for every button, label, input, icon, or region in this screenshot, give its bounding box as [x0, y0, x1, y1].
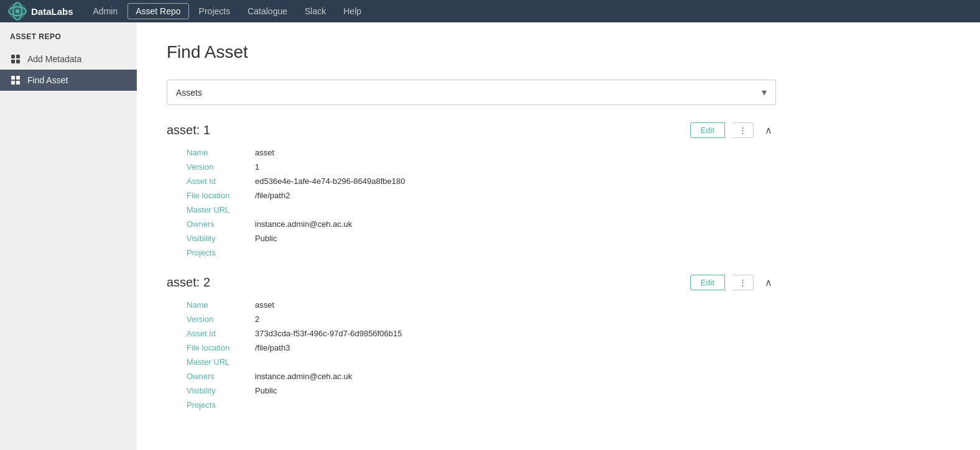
- field-value: Public: [255, 234, 277, 243]
- sidebar-section-title: ASSET REPO: [0, 32, 137, 48]
- field-row: File location /file/path3: [187, 341, 776, 355]
- svg-rect-8: [11, 76, 15, 80]
- asset-title-2: asset: 2: [167, 275, 683, 290]
- nav-slack[interactable]: Slack: [297, 4, 333, 19]
- field-label: Name: [187, 300, 255, 310]
- field-row: Asset Id 373d3cda-f53f-496c-97d7-6d9856f…: [187, 326, 776, 341]
- field-value: Public: [255, 386, 277, 395]
- field-row: Visibility Public: [187, 231, 776, 246]
- field-value: instance.admin@ceh.ac.uk: [255, 219, 352, 229]
- field-label: Projects: [187, 400, 255, 410]
- asset-header-1: asset: 1 Edit ⋮ ∧: [167, 122, 776, 138]
- field-label: Asset Id: [187, 177, 255, 186]
- svg-rect-7: [16, 60, 20, 63]
- field-label: Asset Id: [187, 329, 255, 338]
- assets-dropdown[interactable]: Assets ▾: [167, 80, 776, 105]
- field-value: 1: [255, 162, 259, 172]
- logo[interactable]: DataLabs: [7, 1, 73, 21]
- more-button-1[interactable]: ⋮: [733, 122, 754, 138]
- sidebar-item-add-metadata[interactable]: Add Metadata: [0, 48, 137, 70]
- collapse-button-2[interactable]: ∧: [761, 275, 776, 290]
- asset-fields-2: Name asset Version 2 Asset Id 373d3cda-f…: [167, 298, 776, 412]
- field-label: Owners: [187, 372, 255, 381]
- field-value: asset: [255, 300, 274, 310]
- chevron-down-icon: ▾: [762, 86, 767, 98]
- field-label: Projects: [187, 248, 255, 257]
- asset-card-1: asset: 1 Edit ⋮ ∧ Name asset Version 1 A…: [167, 122, 776, 260]
- field-label: Version: [187, 315, 255, 324]
- svg-rect-11: [16, 81, 20, 85]
- field-row: Owners instance.admin@ceh.ac.uk: [187, 369, 776, 383]
- nav-asset-repo[interactable]: Asset Repo: [127, 3, 188, 19]
- svg-rect-6: [11, 60, 15, 63]
- main-layout: ASSET REPO Add Metadata: [0, 22, 980, 450]
- sidebar: ASSET REPO Add Metadata: [0, 22, 137, 450]
- field-row: Version 1: [187, 160, 776, 174]
- edit-button-1[interactable]: Edit: [690, 122, 725, 138]
- nav-projects[interactable]: Projects: [192, 4, 238, 19]
- field-row: File location /file/path2: [187, 188, 776, 203]
- edit-button-2[interactable]: Edit: [690, 275, 725, 290]
- nav-admin[interactable]: Admin: [86, 4, 126, 19]
- field-value: /file/path3: [255, 343, 290, 352]
- field-value: 2: [255, 315, 259, 324]
- add-metadata-icon: [10, 53, 21, 65]
- field-row: Master URL: [187, 355, 776, 369]
- asset-title-1: asset: 1: [167, 123, 683, 137]
- field-label: Version: [187, 162, 255, 172]
- field-row: Version 2: [187, 312, 776, 326]
- field-label: Name: [187, 148, 255, 157]
- svg-rect-10: [11, 81, 15, 85]
- more-button-2[interactable]: ⋮: [733, 275, 754, 290]
- asset-card-2: asset: 2 Edit ⋮ ∧ Name asset Version 2 A…: [167, 275, 776, 412]
- field-label: Master URL: [187, 357, 255, 367]
- field-label: Master URL: [187, 205, 255, 214]
- field-row: Projects: [187, 398, 776, 412]
- field-row: Name asset: [187, 298, 776, 312]
- svg-rect-5: [16, 55, 20, 58]
- field-row: Master URL: [187, 203, 776, 217]
- svg-rect-4: [11, 55, 15, 58]
- sidebar-item-find-asset-label: Find Asset: [27, 75, 68, 85]
- svg-rect-9: [16, 76, 20, 80]
- field-value: /file/path2: [255, 191, 290, 200]
- nav-catalogue[interactable]: Catalogue: [240, 4, 295, 19]
- field-label: File location: [187, 191, 255, 200]
- svg-point-3: [16, 9, 19, 13]
- nav-help[interactable]: Help: [336, 4, 369, 19]
- field-row: Projects: [187, 246, 776, 260]
- field-value: asset: [255, 148, 274, 157]
- field-value: ed536e4e-1afe-4e74-b296-8649a8fbe180: [255, 177, 405, 186]
- page-title: Find Asset: [167, 42, 950, 62]
- collapse-button-1[interactable]: ∧: [761, 123, 776, 137]
- assets-dropdown-label: Assets: [176, 88, 202, 98]
- field-label: File location: [187, 343, 255, 352]
- field-label: Visibility: [187, 386, 255, 395]
- field-label: Owners: [187, 219, 255, 229]
- sidebar-item-add-metadata-label: Add Metadata: [27, 54, 81, 64]
- field-row: Asset Id ed536e4e-1afe-4e74-b296-8649a8f…: [187, 174, 776, 188]
- field-label: Visibility: [187, 234, 255, 243]
- field-row: Owners instance.admin@ceh.ac.uk: [187, 217, 776, 231]
- main-content: Find Asset Assets ▾ asset: 1 Edit ⋮ ∧ Na…: [137, 22, 980, 450]
- asset-header-2: asset: 2 Edit ⋮ ∧: [167, 275, 776, 290]
- sidebar-item-find-asset[interactable]: Find Asset: [0, 70, 137, 91]
- logo-text: DataLabs: [31, 6, 73, 17]
- field-row: Visibility Public: [187, 383, 776, 398]
- field-value: instance.admin@ceh.ac.uk: [255, 372, 352, 381]
- find-asset-icon: [10, 75, 21, 86]
- field-value: 373d3cda-f53f-496c-97d7-6d9856f06b15: [255, 329, 402, 338]
- field-row: Name asset: [187, 145, 776, 160]
- asset-fields-1: Name asset Version 1 Asset Id ed536e4e-1…: [167, 145, 776, 260]
- top-navigation: DataLabs Admin Asset Repo Projects Catal…: [0, 0, 980, 22]
